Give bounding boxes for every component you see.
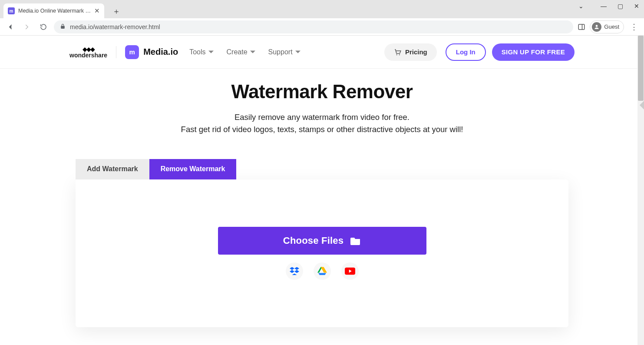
wondershare-logo[interactable]: ◆◆◆ wondershare — [69, 46, 107, 58]
close-window-button[interactable]: ✕ — [633, 3, 641, 10]
lock-icon — [60, 23, 66, 30]
choose-files-button[interactable]: Choose Files — [218, 227, 426, 255]
scrollbar-track[interactable] — [637, 36, 644, 345]
pricing-label: Pricing — [405, 48, 427, 56]
chevron-down-icon — [208, 50, 214, 55]
nav-create[interactable]: Create — [227, 48, 255, 56]
nav-support[interactable]: Support — [268, 48, 301, 56]
tabs: Add Watermark Remove Watermark — [76, 159, 568, 179]
pricing-link[interactable]: Pricing — [384, 43, 437, 61]
maximize-button[interactable]: ▢ — [616, 3, 624, 10]
scrollbar-thumb[interactable] — [638, 36, 644, 101]
reload-button[interactable] — [37, 21, 50, 33]
browser-tab[interactable]: m Media.io Online Watermark Remo ✕ — [3, 3, 104, 18]
tab-add-watermark[interactable]: Add Watermark — [76, 159, 149, 179]
minimize-button[interactable]: ― — [600, 3, 608, 10]
youtube-icon — [345, 267, 355, 275]
cart-icon — [394, 48, 402, 56]
menu-icon[interactable]: ⋮ — [628, 22, 640, 32]
svg-rect-0 — [579, 24, 585, 30]
svg-point-3 — [396, 54, 397, 55]
side-panel-handle-icon[interactable] — [640, 101, 644, 109]
nav-support-label: Support — [268, 48, 293, 56]
mediaio-brand[interactable]: Media.io — [143, 47, 178, 57]
profile-label: Guest — [604, 23, 619, 30]
tab-search-icon[interactable]: ⌄ — [577, 3, 585, 10]
nav-create-label: Create — [227, 48, 248, 56]
login-button[interactable]: Log In — [446, 43, 486, 61]
address-bar[interactable]: media.io/watermark-remover.html — [54, 20, 573, 33]
chevron-down-icon — [250, 50, 255, 55]
window-controls: ⌄ ― ▢ ✕ — [577, 3, 641, 10]
divider — [116, 46, 116, 58]
folder-icon — [350, 236, 361, 245]
signup-button[interactable]: SIGN UP FOR FREE — [492, 43, 575, 61]
dropbox-icon — [290, 267, 299, 275]
nav-tools[interactable]: Tools — [189, 48, 213, 56]
upload-panel: Choose Files — [76, 179, 568, 327]
favicon-icon: m — [8, 7, 15, 14]
source-google-drive[interactable] — [314, 262, 331, 280]
page-content: ◆◆◆ wondershare m Media.io Tools Create … — [0, 36, 644, 345]
url-text: media.io/watermark-remover.html — [70, 23, 160, 30]
hero-subtitle: Easily remove any watermark from video f… — [0, 111, 644, 136]
source-dropbox[interactable] — [286, 262, 303, 280]
source-youtube[interactable] — [341, 262, 359, 280]
google-drive-icon — [317, 267, 327, 275]
tab-title: Media.io Online Watermark Remo — [18, 8, 91, 14]
browser-toolbar: media.io/watermark-remover.html Guest ⋮ — [0, 18, 644, 36]
hero-line-2: Fast get rid of video logos, texts, stam… — [181, 125, 463, 134]
page-title: Watermark Remover — [0, 81, 644, 103]
hero-line-1: Easily remove any watermark from video f… — [234, 113, 410, 122]
back-button[interactable] — [4, 21, 17, 33]
side-panel-icon[interactable] — [578, 23, 585, 31]
tab-remove-watermark[interactable]: Remove Watermark — [149, 159, 237, 179]
wondershare-text: wondershare — [69, 52, 107, 58]
new-tab-button[interactable]: ＋ — [110, 5, 122, 17]
choose-files-label: Choose Files — [283, 235, 343, 246]
tool-panel: Add Watermark Remove Watermark Choose Fi… — [76, 159, 568, 327]
forward-button[interactable] — [21, 21, 33, 33]
nav-tools-label: Tools — [189, 48, 205, 56]
browser-chrome: m Media.io Online Watermark Remo ✕ ＋ ⌄ ―… — [0, 0, 644, 36]
hero: Watermark Remover Easily remove any wate… — [0, 69, 644, 139]
source-row — [286, 262, 359, 280]
chevron-down-icon — [295, 50, 301, 55]
wondershare-mark-icon: ◆◆◆ — [83, 46, 94, 52]
svg-point-2 — [596, 25, 598, 27]
profile-chip[interactable]: Guest — [590, 20, 624, 33]
close-tab-icon[interactable]: ✕ — [94, 7, 100, 15]
avatar-icon — [592, 22, 601, 32]
svg-point-4 — [399, 54, 400, 55]
tab-strip: m Media.io Online Watermark Remo ✕ ＋ ⌄ ―… — [0, 0, 644, 18]
mediaio-mark-icon[interactable]: m — [125, 45, 139, 59]
site-header: ◆◆◆ wondershare m Media.io Tools Create … — [0, 36, 644, 69]
